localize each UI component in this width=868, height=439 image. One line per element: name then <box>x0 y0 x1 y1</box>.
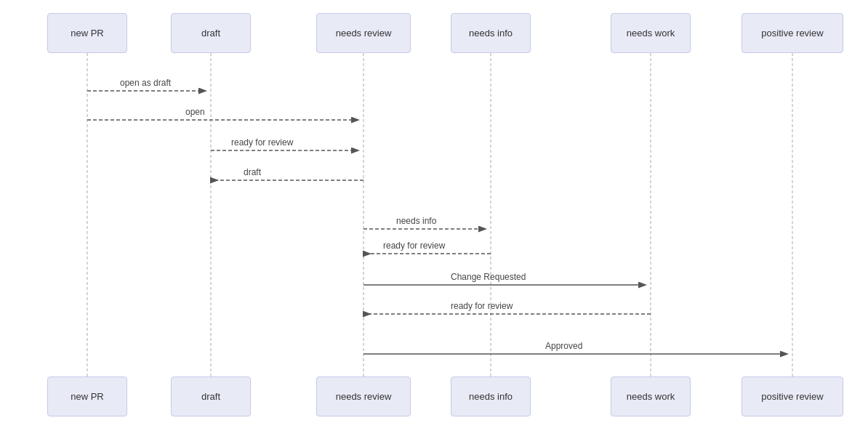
svg-text:Approved: Approved <box>545 341 582 351</box>
svg-text:ready for review: ready for review <box>231 137 294 148</box>
svg-text:needs info: needs info <box>396 216 437 226</box>
svg-text:ready for review: ready for review <box>383 241 446 251</box>
sequence-diagram: open as draft open ready for review draf… <box>0 0 868 439</box>
box-needs-info-bottom: needs info <box>451 376 531 416</box>
box-needs-review-top: needs review <box>316 13 411 53</box>
box-positive-review-bottom: positive review <box>742 376 843 416</box>
box-new-pr-top: new PR <box>47 13 127 53</box>
box-needs-info-top: needs info <box>451 13 531 53</box>
box-draft-top: draft <box>171 13 251 53</box>
svg-text:draft: draft <box>244 167 262 177</box>
box-needs-work-bottom: needs work <box>611 376 691 416</box>
box-draft-bottom: draft <box>171 376 251 416</box>
svg-text:Change Requested: Change Requested <box>451 272 526 282</box>
diagram-svg: open as draft open ready for review draf… <box>0 0 868 439</box>
box-needs-work-top: needs work <box>611 13 691 53</box>
box-needs-review-bottom: needs review <box>316 376 411 416</box>
box-positive-review-top: positive review <box>742 13 843 53</box>
svg-text:ready for review: ready for review <box>451 301 513 311</box>
svg-text:open: open <box>185 107 205 117</box>
box-new-pr-bottom: new PR <box>47 376 127 416</box>
svg-text:open as draft: open as draft <box>120 78 172 88</box>
